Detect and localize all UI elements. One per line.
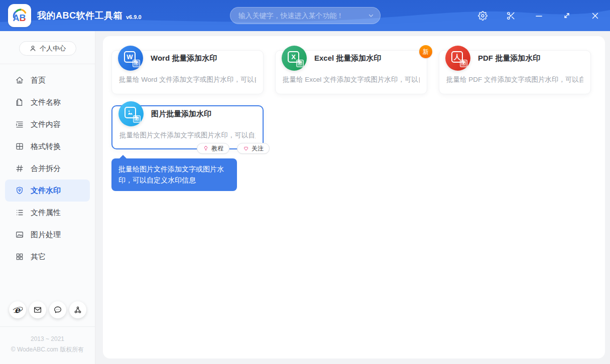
card-title: 图片批量添加水印 — [151, 109, 211, 119]
pdf-icon: 人 + 印 — [445, 46, 470, 71]
sidebar-footer: e 2013 ~ 2021 © WodeABC.com 版权所有 — [0, 301, 95, 364]
close-icon[interactable] — [590, 11, 600, 21]
sidebar-item-label: 其它 — [31, 252, 46, 262]
text-lines-icon — [15, 120, 24, 129]
sidebar: 个人中心 首页 文件名称 文件内容 格式转换 — [0, 31, 95, 364]
mail-icon[interactable] — [29, 301, 46, 318]
search-input[interactable] — [230, 7, 381, 24]
sidebar-item-label: 首页 — [31, 76, 46, 85]
card-description: 批量给 Word 文件添加文字或图片水印，可以自定义水印信息 — [119, 75, 256, 84]
watermark-shield-icon — [15, 186, 24, 195]
stamp-icon: 印 — [133, 60, 140, 67]
sidebar-nav: 首页 文件名称 文件内容 格式转换 合并拆分 — [0, 69, 95, 268]
image-watermark-icon: + 印 — [118, 101, 144, 126]
sidebar-item-label: 格式转换 — [31, 142, 61, 151]
grid-squares-icon — [15, 252, 24, 261]
stamp-icon: 印 — [460, 60, 467, 67]
card-actions: 教程 关注 — [197, 143, 270, 154]
tutorial-button[interactable]: 教程 — [197, 143, 229, 154]
card-excel-watermark[interactable]: 新 X + 印 Excel 批量添加水印 批量给 Excel 文件添加文字或图片… — [275, 50, 427, 94]
profile-center-label: 个人中心 — [40, 44, 66, 53]
content-area: W + 印 Word 批量添加水印 批量给 Word 文件添加文字或图片水印，可… — [95, 31, 610, 364]
app-logo: A B — [8, 4, 31, 27]
copyright-owner: © WodeABC.com 版权所有 — [0, 344, 95, 355]
sidebar-item-merge-split[interactable]: 合并拆分 — [5, 157, 90, 179]
screenshot-scissors-icon[interactable] — [506, 11, 516, 21]
profile-center-button[interactable]: 个人中心 — [19, 41, 76, 56]
hash-icon — [15, 164, 24, 173]
sidebar-item-file-content[interactable]: 文件内容 — [5, 113, 90, 135]
app-window: A B 我的ABC软件工具箱 v6.9.0 — [0, 0, 610, 364]
card-image-watermark[interactable]: + 印 图片批量添加水印 批量给图片文件添加文字或图片水印，可以自定义水印信息 … — [111, 105, 264, 149]
card-title: Word 批量添加水印 — [151, 54, 217, 63]
footer-divider — [0, 326, 95, 327]
settings-gear-icon[interactable] — [477, 11, 487, 21]
sidebar-item-format-convert[interactable]: 格式转换 — [5, 135, 90, 157]
svg-text:A: A — [13, 13, 20, 23]
chevron-down-icon[interactable] — [368, 13, 374, 19]
app-title: 我的ABC软件工具箱 — [37, 10, 123, 22]
card-title: Excel 批量添加水印 — [314, 54, 381, 63]
sidebar-item-label: 图片处理 — [31, 230, 61, 240]
picture-icon — [15, 230, 24, 239]
card-word-watermark[interactable]: W + 印 Word 批量添加水印 批量给 Word 文件添加文字或图片水印，可… — [111, 50, 264, 94]
share-network-icon[interactable] — [69, 301, 86, 318]
card-description: 批量给图片文件添加文字或图片水印，可以自定义水印信息 — [119, 131, 256, 140]
sidebar-item-file-properties[interactable]: 文件属性 — [5, 202, 90, 224]
sidebar-divider — [0, 64, 95, 64]
stamp-icon: 印 — [296, 60, 304, 67]
minimize-icon[interactable] — [534, 11, 544, 21]
browser-ie-icon[interactable]: e — [9, 301, 26, 318]
svg-text:B: B — [20, 13, 26, 23]
lightbulb-icon — [203, 145, 209, 151]
sidebar-item-label: 文件内容 — [31, 120, 61, 129]
workspace: 个人中心 首页 文件名称 文件内容 格式转换 — [0, 31, 610, 364]
copyright-years: 2013 ~ 2021 — [0, 334, 95, 344]
card-title: PDF 批量添加水印 — [478, 54, 540, 63]
sidebar-item-image-processing[interactable]: 图片处理 — [5, 224, 90, 246]
sidebar-item-file-name[interactable]: 文件名称 — [5, 91, 90, 113]
maximize-resize-icon[interactable] — [562, 11, 572, 21]
quick-search — [230, 7, 381, 24]
follow-button[interactable]: 关注 — [237, 143, 270, 154]
excel-icon: X + 印 — [282, 46, 307, 71]
convert-grid-icon — [15, 142, 24, 151]
sidebar-item-label: 文件名称 — [31, 98, 61, 107]
card-pdf-watermark[interactable]: 人 + 印 PDF 批量添加水印 批量给 PDF 文件添加文字或图片水印，可以自… — [439, 50, 591, 94]
app-version: v6.9.0 — [126, 14, 142, 20]
picture-glyph-icon — [127, 109, 134, 116]
new-badge: 新 — [419, 45, 432, 58]
sidebar-item-label: 文件水印 — [31, 186, 61, 196]
stamp-icon: 印 — [133, 115, 141, 123]
sidebar-item-other[interactable]: 其它 — [5, 246, 90, 268]
word-icon: W + 印 — [118, 46, 143, 71]
sidebar-item-home[interactable]: 首页 — [5, 69, 90, 91]
home-icon — [15, 76, 24, 85]
card-description: 批量给 PDF 文件添加文字或图片水印，可以自定义水印信息 — [446, 75, 583, 84]
card-description: 批量给 Excel 文件添加文字或图片水印，可以自定义水印信息 — [283, 75, 420, 84]
main-panel: W + 印 Word 批量添加水印 批量给 Word 文件添加文字或图片水印，可… — [103, 36, 605, 358]
chat-message-icon[interactable] — [49, 301, 66, 318]
list-icon — [15, 208, 24, 217]
feature-cards-grid: W + 印 Word 批量添加水印 批量给 Word 文件添加文字或图片水印，可… — [111, 50, 599, 149]
sidebar-item-label: 文件属性 — [31, 208, 61, 218]
heart-icon — [243, 145, 249, 151]
window-controls — [477, 11, 610, 21]
card-tooltip: 批量给图片文件添加文字或图片水印，可以自定义水印信息 — [111, 158, 237, 191]
person-icon — [29, 45, 37, 52]
sidebar-item-label: 合并拆分 — [31, 164, 61, 173]
titlebar: A B 我的ABC软件工具箱 v6.9.0 — [0, 0, 610, 31]
sidebar-item-file-watermark[interactable]: 文件水印 — [5, 179, 90, 202]
file-icon — [15, 98, 24, 107]
